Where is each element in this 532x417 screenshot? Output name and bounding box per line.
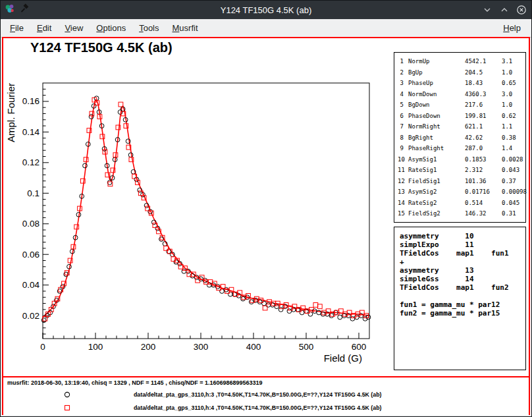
x-tick-label: 500 bbox=[299, 342, 314, 352]
data-point-circle bbox=[266, 303, 271, 308]
data-point-circle bbox=[207, 283, 211, 287]
legend-square-marker bbox=[63, 403, 72, 412]
data-point-square bbox=[313, 303, 318, 308]
data-point-circle bbox=[308, 312, 313, 316]
menu-help[interactable]: Help bbox=[496, 20, 527, 36]
data-point-circle bbox=[241, 296, 246, 301]
parameter-row: 8BgRight42.620.38 bbox=[394, 132, 525, 144]
app-window: Y124 TF150G 4.5K (ab) FileEditViewOption… bbox=[0, 0, 532, 417]
x-tick-label: 100 bbox=[88, 342, 103, 352]
minimize-button[interactable] bbox=[481, 4, 493, 16]
theory-line: asymmetry 10 bbox=[400, 232, 525, 240]
data-point-circle bbox=[83, 163, 88, 168]
parameter-row: 1NormUp4542.13.1 bbox=[394, 56, 525, 67]
theory-line: asymmetry 13 bbox=[400, 266, 525, 275]
data-point-circle bbox=[350, 316, 355, 321]
data-point-circle bbox=[228, 292, 232, 296]
data-point-circle bbox=[291, 308, 296, 312]
theory-line: simpleGss 14 bbox=[400, 275, 525, 283]
theory-line: TFieldCos map1 fun2 bbox=[400, 283, 525, 292]
legend-circle-marker bbox=[63, 390, 72, 399]
legend-label: data/deltat_pta_gps_3110,h:4 ,T0=4.50K,T… bbox=[134, 404, 382, 411]
data-point-circle bbox=[342, 314, 346, 318]
window-title: Y124 TF150G 4.5K (ab) bbox=[1, 5, 531, 15]
data-point-circle bbox=[190, 273, 195, 278]
y-tick-label: 0.06 bbox=[22, 250, 40, 260]
menu-bar-right-items: Help bbox=[496, 20, 531, 36]
data-point-circle bbox=[270, 303, 275, 308]
x-tick-label: 200 bbox=[141, 342, 156, 352]
y-tick-label: 0.04 bbox=[22, 280, 40, 290]
y-tick-label: 0.08 bbox=[22, 219, 40, 229]
data-point-circle bbox=[279, 308, 283, 312]
theory-panel: asymmetry 10simplExpo 11TFieldCos map1 f… bbox=[394, 227, 526, 370]
root-canvas: Y124 TF150G 4.5K (ab) 010020030040050060… bbox=[2, 37, 530, 415]
parameter-rows: 1NormUp4542.13.12BgUp204.51.03PhaseUp18.… bbox=[394, 56, 525, 219]
parameter-row: 4NormDown4360.33.0 bbox=[394, 89, 525, 100]
parameter-row: 10AsymSig10.18530.0028 bbox=[394, 154, 525, 165]
theory-line: fun1 = gamma_mu * par12 bbox=[400, 300, 525, 309]
theory-line: simplExpo 11 bbox=[400, 240, 525, 249]
data-point-circle bbox=[159, 237, 164, 242]
menu-file[interactable]: File bbox=[3, 20, 30, 36]
data-point-circle bbox=[57, 289, 62, 294]
info-pad: musrfit: 2018-06-30, 13:19:40, chisq = 1… bbox=[3, 376, 529, 415]
menu-musrfit[interactable]: Musrfit bbox=[166, 20, 205, 36]
menu-view[interactable]: View bbox=[58, 20, 90, 36]
data-point-square bbox=[317, 304, 322, 309]
window-controls bbox=[481, 1, 527, 19]
data-point-circle bbox=[262, 301, 267, 306]
theory-line bbox=[400, 292, 525, 300]
data-point-circle bbox=[329, 314, 334, 318]
theory-line: + bbox=[400, 258, 525, 266]
parameter-row: 7NormRight621.11.1 bbox=[394, 121, 525, 132]
parameter-row: 13AsymSig20.017160.00098 bbox=[394, 186, 525, 198]
menu-options[interactable]: Options bbox=[90, 20, 132, 36]
y-tick-label: 0.02 bbox=[22, 311, 40, 321]
legend-label: data/deltat_pta_gps_3110,h:3 ,T0=4.50K,T… bbox=[134, 391, 382, 398]
theory-line: TFieldCos map1 fun1 bbox=[400, 249, 525, 258]
data-point-circle bbox=[182, 269, 186, 273]
y-tick-label: 0.14 bbox=[22, 127, 40, 137]
data-point-circle bbox=[354, 315, 359, 320]
y-tick-label: 0.16 bbox=[22, 96, 40, 106]
main-pad: Y124 TF150G 4.5K (ab) 010020030040050060… bbox=[3, 38, 530, 376]
x-axis-title: Field (G) bbox=[324, 352, 362, 364]
x-tick-label: 0 bbox=[40, 342, 45, 352]
parameter-row: 2BgUp204.51.0 bbox=[394, 67, 525, 78]
data-point-circle bbox=[321, 312, 325, 316]
parameter-row: 9PhaseRight287.01.4 bbox=[394, 143, 525, 154]
fit-info: musrfit: 2018-06-30, 13:19:40, chisq = 1… bbox=[7, 379, 262, 386]
parameter-row: 3PhaseUp18.430.65 bbox=[394, 78, 525, 89]
parameter-row: 5BgDown217.61.0 bbox=[394, 99, 525, 111]
data-point-circle bbox=[300, 310, 304, 315]
y-tick-label: 0.1 bbox=[27, 188, 40, 198]
y-tick-label: 0.12 bbox=[22, 157, 40, 167]
app-icon[interactable] bbox=[5, 3, 15, 16]
legend-item: data/deltat_pta_gps_3110,h:3 ,T0=4.50K,T… bbox=[3, 388, 529, 401]
parameter-row: 12FieldSig1101.360.37 bbox=[394, 176, 525, 187]
menu-edit[interactable]: Edit bbox=[30, 20, 58, 36]
menu-bar-items: FileEditViewOptionsToolsMusrfit bbox=[1, 20, 496, 36]
parameter-row: 15FieldSig2146.320.31 bbox=[394, 208, 525, 219]
x-tick-label: 600 bbox=[352, 342, 367, 352]
data-point-circle bbox=[249, 300, 253, 304]
close-button[interactable] bbox=[516, 4, 527, 16]
data-point-circle bbox=[338, 315, 342, 320]
x-tick-label: 300 bbox=[194, 342, 209, 352]
legend-item: data/deltat_pta_gps_3110,h:4 ,T0=4.50K,T… bbox=[3, 401, 529, 414]
data-point-circle bbox=[275, 304, 279, 309]
parameter-row: 6PhaseDown199.810.62 bbox=[394, 111, 525, 122]
theory-line: fun2 = gamma_mu * par15 bbox=[400, 309, 525, 318]
menu-tools[interactable]: Tools bbox=[132, 20, 165, 36]
maximize-button[interactable] bbox=[498, 4, 510, 16]
data-point-circle bbox=[167, 249, 171, 254]
menu-bar: FileEditViewOptionsToolsMusrfit Help bbox=[1, 19, 531, 38]
parameter-panel: 1NormUp4542.13.12BgUp204.51.03PhaseUp18.… bbox=[394, 52, 526, 223]
data-point-circle bbox=[287, 309, 292, 314]
y-axis-title: Ampl. Fourier bbox=[5, 83, 16, 142]
parameter-row: 14RateSig20.5140.045 bbox=[394, 198, 525, 209]
title-bar: Y124 TF150G 4.5K (ab) bbox=[1, 1, 531, 19]
data-point-circle bbox=[257, 300, 262, 304]
legend: data/deltat_pta_gps_3110,h:3 ,T0=4.50K,T… bbox=[3, 388, 529, 414]
